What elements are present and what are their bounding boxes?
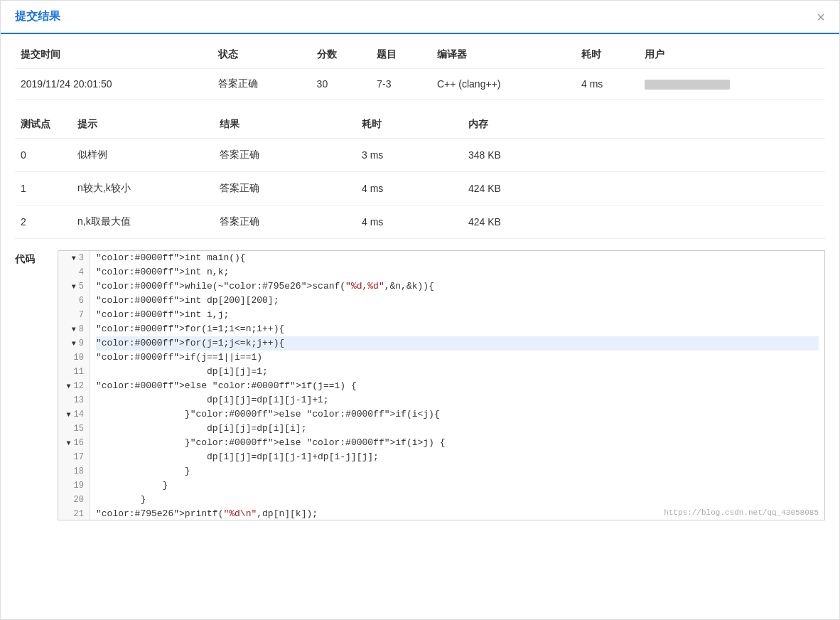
test-id: 1 <box>15 172 72 205</box>
test-time: 3 ms <box>356 139 463 172</box>
col-problem: 题目 <box>371 41 431 69</box>
code-line: dp[i][j]=1; <box>96 365 819 379</box>
test-hint: n,k取最大值 <box>72 205 214 239</box>
test-table: 测试点 提示 结果 耗时 内存 0 似样例 答案正确 3 ms 348 KB 1… <box>15 111 825 239</box>
code-line: } <box>96 493 819 507</box>
line-number: 15 <box>64 422 84 436</box>
col-user: 用户 <box>639 41 825 69</box>
test-section: 测试点 提示 结果 耗时 内存 0 似样例 答案正确 3 ms 348 KB 1… <box>1 111 839 239</box>
line-number: 20 <box>64 493 84 507</box>
submit-score: 30 <box>311 69 372 100</box>
code-line: "color:#0000ff">int n,k; <box>96 265 819 279</box>
col-result: 结果 <box>214 111 356 139</box>
line-number: ▼9 <box>64 336 84 351</box>
line-number: 6 <box>64 294 84 308</box>
test-row: 2 n,k取最大值 答案正确 4 ms 424 KB <box>15 205 825 239</box>
submit-time-used: 4 ms <box>576 69 639 100</box>
code-line: "color:#0000ff">while(~"color:#795e26">s… <box>96 279 819 294</box>
line-number: 18 <box>64 464 84 479</box>
line-number: ▼12 <box>64 379 84 393</box>
code-scroll[interactable]: ▼34▼567▼8▼91011▼1213▼1415▼16171819202122… <box>58 251 824 520</box>
watermark: https://blog.csdn.net/qq_43058085 <box>664 508 819 517</box>
submit-status: 答案正确 <box>212 69 311 100</box>
col-score: 分数 <box>311 41 372 69</box>
line-number: 21 <box>64 507 84 520</box>
line-number: 17 <box>64 450 84 464</box>
code-container[interactable]: ▼34▼567▼8▼91011▼1213▼1415▼16171819202122… <box>58 250 825 520</box>
line-number: ▼14 <box>64 407 84 422</box>
test-hint: n较大,k较小 <box>72 172 214 205</box>
code-line: "color:#0000ff">else "color:#0000ff">if(… <box>96 379 819 393</box>
test-row: 0 似样例 答案正确 3 ms 348 KB <box>15 139 825 172</box>
test-result: 答案正确 <box>214 205 356 239</box>
dialog-header: 提交结果 × <box>1 1 839 34</box>
submit-table: 提交时间 状态 分数 题目 编译器 耗时 用户 2019/11/24 20:01… <box>15 41 825 100</box>
col-time-used: 耗时 <box>576 41 639 69</box>
dialog: 提交结果 × 提交时间 状态 分数 题目 编译器 耗时 用户 2019/11/2… <box>0 0 840 620</box>
submit-user <box>639 69 825 100</box>
line-number: 19 <box>64 479 84 493</box>
line-number: 13 <box>64 393 84 407</box>
code-line: "color:#0000ff">for(i=1;i<=n;i++){ <box>96 322 819 336</box>
test-time: 4 ms <box>356 172 463 205</box>
line-number: ▼5 <box>64 279 84 294</box>
col-test-id: 测试点 <box>15 111 72 139</box>
test-row: 1 n较大,k较小 答案正确 4 ms 424 KB <box>15 172 825 205</box>
code-inner: ▼34▼567▼8▼91011▼1213▼1415▼16171819202122… <box>58 251 824 520</box>
code-line: }"color:#0000ff">else "color:#0000ff">if… <box>96 436 819 450</box>
test-memory: 424 KB <box>463 205 825 239</box>
code-line: "color:#0000ff">int dp[200][200]; <box>96 294 819 308</box>
line-number: ▼3 <box>64 251 84 265</box>
code-label: 代码 <box>15 250 58 520</box>
line-number: 4 <box>64 265 84 279</box>
fold-arrow[interactable]: ▼ <box>67 411 71 419</box>
submit-row: 2019/11/24 20:01:50 答案正确 30 7-3 C++ (cla… <box>15 69 825 100</box>
line-number: ▼8 <box>64 322 84 336</box>
submit-problem[interactable]: 7-3 <box>371 69 431 100</box>
col-memory: 内存 <box>463 111 825 139</box>
code-line: }"color:#0000ff">else "color:#0000ff">if… <box>96 407 819 422</box>
line-number: ▼16 <box>64 436 84 450</box>
code-line: dp[i][j]=dp[i][j-1]+1; <box>96 393 819 407</box>
col-time: 耗时 <box>356 111 463 139</box>
test-id: 2 <box>15 205 72 239</box>
dialog-title: 提交结果 <box>15 9 60 24</box>
test-time: 4 ms <box>356 205 463 239</box>
submit-time: 2019/11/24 20:01:50 <box>15 69 212 100</box>
line-number: 7 <box>64 308 84 322</box>
submit-section: 提交时间 状态 分数 题目 编译器 耗时 用户 2019/11/24 20:01… <box>1 41 839 100</box>
fold-arrow[interactable]: ▼ <box>67 439 71 447</box>
close-button[interactable]: × <box>817 10 825 24</box>
code-line: "color:#0000ff">if(j==1||i==1) <box>96 351 819 365</box>
fold-arrow[interactable]: ▼ <box>72 283 76 291</box>
col-status: 状态 <box>212 41 311 69</box>
test-memory: 348 KB <box>463 139 825 172</box>
code-line: } <box>96 479 819 493</box>
code-line: "color:#0000ff">int main(){ <box>96 251 819 265</box>
col-hint: 提示 <box>72 111 214 139</box>
code-line: dp[i][j]=dp[i][j-1]+dp[i-j][j]; <box>96 450 819 464</box>
code-line: "color:#0000ff">int i,j; <box>96 308 819 322</box>
code-line: } <box>96 464 819 479</box>
code-lines: "color:#0000ff">int main(){ "color:#0000… <box>90 251 824 520</box>
fold-arrow[interactable]: ▼ <box>72 255 76 262</box>
code-line: "color:#0000ff">for(j=1;j<=k;j++){ <box>96 336 819 351</box>
test-hint: 似样例 <box>72 139 214 172</box>
fold-arrow[interactable]: ▼ <box>67 383 71 390</box>
line-number: 11 <box>64 365 84 379</box>
line-numbers: ▼34▼567▼8▼91011▼1213▼1415▼16171819202122… <box>58 251 90 520</box>
test-result: 答案正确 <box>214 139 356 172</box>
col-compiler: 编译器 <box>431 41 576 69</box>
col-submit-time: 提交时间 <box>15 41 212 69</box>
test-id: 0 <box>15 139 72 172</box>
code-line: dp[i][j]=dp[i][i]; <box>96 422 819 436</box>
fold-arrow[interactable]: ▼ <box>72 326 76 333</box>
code-section: 代码 ▼34▼567▼8▼91011▼1213▼1415▼16171819202… <box>1 250 839 520</box>
test-memory: 424 KB <box>463 172 825 205</box>
test-result: 答案正确 <box>214 172 356 205</box>
fold-arrow[interactable]: ▼ <box>72 340 76 348</box>
line-number: 10 <box>64 351 84 365</box>
submit-compiler: C++ (clang++) <box>431 69 576 100</box>
